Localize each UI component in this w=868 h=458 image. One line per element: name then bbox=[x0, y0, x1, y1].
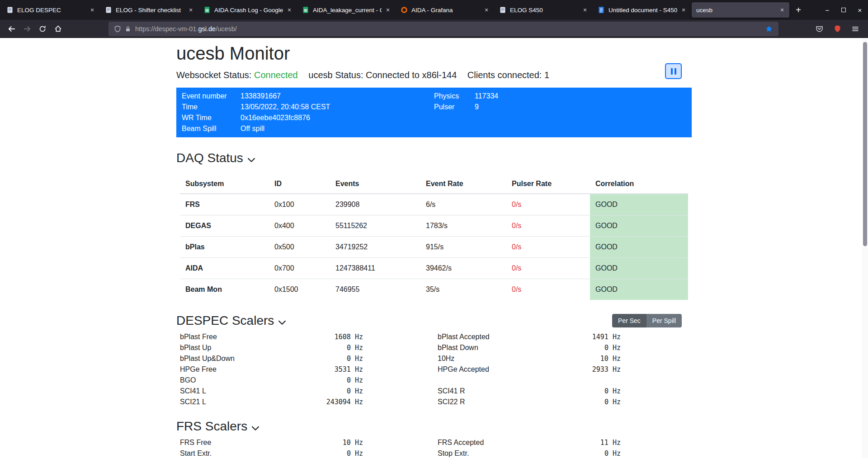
scaler-row: SCI41 L0 Hz SCI41 R0 Hz bbox=[176, 386, 692, 397]
maximize-icon bbox=[841, 8, 846, 12]
column-header: Pulser Rate bbox=[506, 174, 590, 194]
close-icon[interactable]: × bbox=[679, 5, 688, 14]
clients-connected-label: Clients connected: bbox=[467, 70, 542, 80]
per-spill-button[interactable]: Per Spill bbox=[646, 314, 682, 327]
close-icon[interactable]: × bbox=[88, 5, 97, 14]
correlation-status-cell: GOOD bbox=[590, 279, 688, 300]
elog-icon bbox=[6, 6, 14, 14]
close-icon[interactable]: × bbox=[186, 5, 195, 14]
scaler-row: SCI21 L243094 Hz SCI22 R0 Hz bbox=[176, 397, 692, 407]
chevron-down-icon[interactable] bbox=[247, 155, 256, 164]
reload-button[interactable] bbox=[35, 22, 50, 36]
minimize-button[interactable]: − bbox=[819, 0, 835, 20]
status-line: Websocket Status: Connected ucesb Status… bbox=[176, 70, 692, 80]
event-panel-left: Event number 1338391667 Time 13/05/2022,… bbox=[182, 91, 434, 134]
scaler-row: Start Extr.0 Hz Stop Extr.0 Hz bbox=[176, 448, 692, 458]
menu-button[interactable] bbox=[848, 22, 863, 36]
event-info-panel: Event number 1338391667 Time 13/05/2022,… bbox=[176, 88, 692, 137]
despec-scaler-list: bPlast Free1608 Hz bPlast Accepted1491 H… bbox=[176, 332, 692, 407]
table-header-row: Subsystem ID Events Event Rate Pulser Ra… bbox=[180, 174, 688, 194]
correlation-status-cell: GOOD bbox=[590, 194, 688, 215]
tab-elog-s450[interactable]: ELOG S450 × bbox=[495, 2, 592, 18]
column-header: Correlation bbox=[590, 174, 688, 194]
tab-elog-despec[interactable]: ELOG DESPEC × bbox=[2, 2, 99, 18]
scaler-row: BGO0 Hz bbox=[176, 375, 692, 386]
tab-title: ELOG - Shifter checklist bbox=[116, 7, 184, 14]
page-viewport: ucesb Monitor Websocket Status: Connecte… bbox=[0, 38, 868, 458]
adblock-shield-icon bbox=[835, 25, 840, 32]
window-controls: − × bbox=[819, 0, 868, 20]
close-icon[interactable]: × bbox=[383, 5, 392, 14]
table-row-aida: AIDA 0x700 1247388411 39462/s 0/s GOOD bbox=[180, 258, 688, 279]
tab-untitled-document[interactable]: Untitled document - S450_s × bbox=[593, 2, 691, 18]
correlation-status-cell: GOOD bbox=[590, 215, 688, 237]
grafana-icon bbox=[401, 6, 408, 14]
tab-aida-leakage-current[interactable]: AIDA_leakage_current - G × bbox=[297, 2, 395, 18]
close-icon[interactable]: × bbox=[778, 5, 787, 14]
ucesb-status-label: ucesb Status: bbox=[308, 70, 363, 80]
chevron-down-icon[interactable] bbox=[278, 318, 287, 327]
table-row-frs: FRS 0x100 239908 6/s 0/s GOOD bbox=[180, 194, 688, 215]
daq-status-heading-row: DAQ Status bbox=[176, 151, 692, 165]
content-container: ucesb Monitor Websocket Status: Connecte… bbox=[176, 38, 692, 458]
forward-arrow-icon bbox=[24, 26, 30, 31]
back-arrow-icon bbox=[9, 26, 14, 31]
websocket-status-label: Websocket Status: bbox=[176, 70, 251, 80]
bookmark-star-icon[interactable] bbox=[765, 25, 773, 33]
back-button[interactable] bbox=[5, 22, 19, 36]
tab-elog-shifter-checklist[interactable]: ELOG - Shifter checklist × bbox=[100, 2, 198, 18]
tab-title: AIDA - Grafana bbox=[411, 7, 480, 14]
wr-time-row: WR Time 0x16eebe4023fc8876 bbox=[182, 112, 434, 123]
scaler-row: bPlast Up0 Hz bPlast Down0 Hz bbox=[176, 342, 692, 353]
close-icon[interactable]: × bbox=[285, 5, 294, 14]
rate-mode-toggle: Per Sec Per Spill bbox=[612, 314, 682, 327]
navigation-bar: https://despec-vm-01.gsi.de/ucesb/ bbox=[0, 20, 868, 38]
elog-icon bbox=[105, 6, 112, 14]
forward-button[interactable] bbox=[20, 22, 34, 36]
per-sec-button[interactable]: Per Sec bbox=[612, 314, 646, 327]
tab-ucesb-active[interactable]: ucesb × bbox=[692, 2, 789, 18]
close-icon[interactable]: × bbox=[580, 5, 590, 14]
close-icon[interactable]: × bbox=[482, 5, 491, 14]
adblock-extension-button[interactable] bbox=[830, 22, 844, 36]
page-title: ucesb Monitor bbox=[176, 43, 692, 64]
correlation-status-cell: GOOD bbox=[590, 237, 688, 258]
tab-aida-crash-log[interactable]: AIDA Crash Log - Google S × bbox=[199, 2, 297, 18]
navbar-right-icons bbox=[812, 22, 863, 36]
tab-title: ucesb bbox=[696, 7, 776, 14]
event-panel-right: Physics 117334 Pulser 9 bbox=[434, 91, 686, 134]
despec-scalers-heading: DESPEC Scalers bbox=[176, 313, 287, 328]
tab-title: AIDA_leakage_current - G bbox=[313, 7, 382, 14]
new-tab-button[interactable]: + bbox=[791, 3, 806, 17]
window-close-button[interactable]: × bbox=[852, 0, 868, 20]
correlation-status-cell: GOOD bbox=[590, 258, 688, 279]
frs-scaler-list: FRS Free10 Hz FRS Accepted11 Hz Start Ex… bbox=[176, 437, 692, 458]
tab-aida-grafana[interactable]: AIDA - Grafana × bbox=[396, 2, 494, 18]
scaler-row: HPGe Free3531 Hz HPGe Accepted2933 Hz bbox=[176, 364, 692, 375]
pause-button[interactable] bbox=[665, 63, 682, 79]
maximize-button[interactable] bbox=[835, 0, 852, 20]
time-row: Time 13/05/2022, 20:40:58 CEST bbox=[182, 102, 434, 112]
tracking-protection-shield-icon[interactable] bbox=[114, 25, 121, 33]
page-scrollbar[interactable] bbox=[862, 38, 868, 458]
home-icon bbox=[55, 26, 61, 29]
scaler-row: bPlast Up&Down0 Hz 10Hz10 Hz bbox=[176, 353, 692, 364]
tab-bar: ELOG DESPEC × ELOG - Shifter checklist ×… bbox=[0, 0, 868, 20]
column-header: Event Rate bbox=[420, 174, 506, 194]
lock-icon[interactable] bbox=[125, 26, 131, 32]
scaler-row: FRS Free10 Hz FRS Accepted11 Hz bbox=[176, 437, 692, 448]
pause-icon bbox=[671, 68, 673, 75]
elog-icon bbox=[499, 6, 506, 14]
home-button[interactable] bbox=[51, 22, 65, 36]
tab-title: Untitled document - S450_s bbox=[609, 7, 677, 14]
despec-scalers-heading-row: DESPEC Scalers Per Sec Per Spill bbox=[176, 313, 692, 328]
url-bar[interactable]: https://despec-vm-01.gsi.de/ucesb/ bbox=[108, 22, 778, 36]
daq-status-heading: DAQ Status bbox=[176, 151, 256, 165]
chevron-down-icon[interactable] bbox=[251, 424, 260, 433]
beam-spill-row: Beam Spill Off spill bbox=[182, 123, 434, 134]
scrollbar-thumb[interactable] bbox=[863, 42, 867, 246]
table-row-degas: DEGAS 0x400 55115262 1783/s 0/s GOOD bbox=[180, 215, 688, 237]
url-text: https://despec-vm-01.gsi.de/ucesb/ bbox=[135, 25, 765, 33]
scaler-row: bPlast Free1608 Hz bPlast Accepted1491 H… bbox=[176, 332, 692, 342]
pocket-button[interactable] bbox=[812, 22, 826, 36]
